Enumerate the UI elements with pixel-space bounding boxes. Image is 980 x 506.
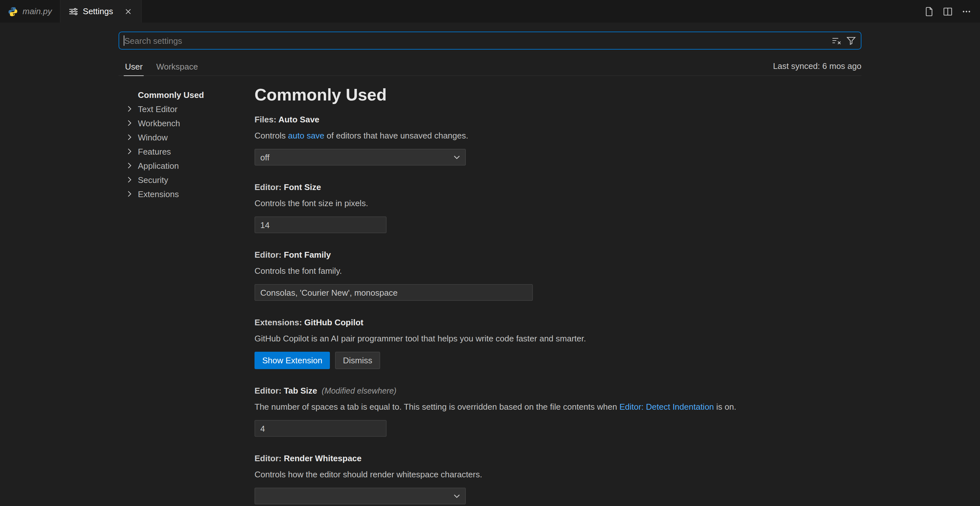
clear-search-icon[interactable] <box>830 34 843 47</box>
chevron-right-icon <box>124 132 135 142</box>
setting-files-auto-save: Files: Auto Save Controls auto save of e… <box>255 115 861 165</box>
tab-label: main.py <box>22 6 52 16</box>
setting-description: Controls the font size in pixels. <box>255 198 861 209</box>
toc-item-text-editor[interactable]: Text Editor <box>119 102 255 116</box>
chevron-right-icon <box>124 118 135 128</box>
search-actions <box>830 34 858 47</box>
settings-search-box <box>119 32 861 49</box>
vscode-settings-window: main.py Settings <box>0 0 980 506</box>
setting-category: Editor: <box>255 453 284 463</box>
font-family-input[interactable] <box>255 284 533 301</box>
setting-title: Editor: Font Family <box>255 250 861 259</box>
search-input[interactable] <box>119 32 830 49</box>
modified-elsewhere-note: (Modified elsewhere) <box>322 387 396 396</box>
chevron-right-icon <box>124 175 135 185</box>
settings-list: Commonly Used Files: Auto Save Controls … <box>255 85 861 506</box>
setting-editor-font-size: Editor: Font Size Controls the font size… <box>255 182 861 233</box>
toc-item-window[interactable]: Window <box>119 130 255 144</box>
toc-label: Window <box>138 132 168 142</box>
tab-main-py[interactable]: main.py <box>0 0 60 22</box>
toc-item-security[interactable]: Security <box>119 173 255 187</box>
setting-description: Controls auto save of editors that have … <box>255 130 861 142</box>
more-actions-icon[interactable] <box>960 5 973 18</box>
setting-name: Font Size <box>284 182 321 192</box>
setting-name: Auto Save <box>278 115 319 124</box>
setting-category: Extensions: <box>255 318 304 327</box>
setting-description: Controls how the editor should render wh… <box>255 469 861 481</box>
detect-indentation-link[interactable]: Editor: Detect Indentation <box>619 402 714 412</box>
show-extension-button[interactable]: Show Extension <box>255 352 330 369</box>
tab-workspace[interactable]: Workspace <box>155 59 199 75</box>
filter-icon[interactable] <box>845 34 858 47</box>
setting-description: The number of spaces a tab is equal to. … <box>255 401 861 413</box>
editor-actions <box>916 0 980 22</box>
setting-category: Editor: <box>255 386 284 396</box>
tab-user[interactable]: User <box>124 59 144 76</box>
setting-editor-tab-size: Editor: Tab Size(Modified elsewhere) The… <box>255 386 861 437</box>
setting-editor-render-whitespace: Editor: Render Whitespace Controls how t… <box>255 453 861 504</box>
chevron-right-icon <box>124 189 135 199</box>
setting-title: Editor: Tab Size(Modified elsewhere) <box>255 386 861 396</box>
setting-title: Extensions: GitHub Copilot <box>255 318 861 327</box>
open-settings-json-icon[interactable] <box>923 5 935 18</box>
setting-description: Controls the font family. <box>255 266 861 277</box>
setting-name: Font Family <box>284 250 331 259</box>
description-text: The number of spaces a tab is equal to. … <box>255 402 619 412</box>
setting-name: Tab Size <box>284 386 317 396</box>
tab-label: Settings <box>83 6 113 16</box>
setting-category: Editor: <box>255 250 284 259</box>
chevron-down-icon <box>452 152 462 162</box>
toc-label: Features <box>138 146 171 156</box>
settings-search-row <box>119 32 861 49</box>
toc-label: Commonly Used <box>138 90 204 100</box>
dismiss-button[interactable]: Dismiss <box>335 352 380 369</box>
tabbar-empty-space <box>142 0 916 22</box>
chevron-right-icon <box>124 104 135 114</box>
split-editor-icon[interactable] <box>941 5 954 18</box>
toc-item-workbench[interactable]: Workbench <box>119 116 255 130</box>
toc-item-features[interactable]: Features <box>119 144 255 159</box>
setting-name: GitHub Copilot <box>304 318 363 327</box>
toc-label: Text Editor <box>138 104 178 114</box>
settings-sliders-icon <box>68 6 78 16</box>
settings-toc: Commonly Used Text Editor Workbench <box>119 85 255 506</box>
page-title: Commonly Used <box>255 85 861 104</box>
setting-category: Files: <box>255 115 278 124</box>
text-caret <box>124 35 124 46</box>
last-synced-label: Last synced: 6 mos ago <box>773 61 861 75</box>
render-whitespace-select[interactable] <box>255 488 466 504</box>
setting-title: Editor: Render Whitespace <box>255 453 861 463</box>
python-icon <box>8 6 18 16</box>
tab-size-input[interactable] <box>255 420 387 437</box>
toc-label: Workbench <box>138 118 180 128</box>
settings-editor: User Workspace Last synced: 6 mos ago Co… <box>0 22 980 506</box>
description-text: is on. <box>714 402 736 412</box>
select-value: off <box>260 152 452 162</box>
setting-editor-font-family: Editor: Font Family Controls the font fa… <box>255 250 861 301</box>
setting-extensions-github-copilot: Extensions: GitHub Copilot GitHub Copilo… <box>255 318 861 369</box>
copilot-actions: Show Extension Dismiss <box>255 352 861 369</box>
description-text: of editors that have unsaved changes. <box>325 131 468 140</box>
toc-item-commonly-used[interactable]: Commonly Used <box>119 88 255 102</box>
close-icon[interactable] <box>123 6 133 16</box>
toc-item-extensions[interactable]: Extensions <box>119 187 255 201</box>
toc-item-application[interactable]: Application <box>119 159 255 173</box>
settings-header-row: User Workspace Last synced: 6 mos ago <box>119 59 861 76</box>
setting-name: Render Whitespace <box>284 453 361 463</box>
setting-description: GitHub Copilot is an AI pair programmer … <box>255 333 861 345</box>
settings-body: Commonly Used Text Editor Workbench <box>119 76 861 506</box>
chevron-right-icon <box>124 161 135 171</box>
toc-label: Security <box>138 175 168 185</box>
toc-label: Application <box>138 161 179 170</box>
auto-save-select[interactable]: off <box>255 149 466 165</box>
setting-title: Editor: Font Size <box>255 182 861 192</box>
chevron-down-icon <box>452 491 462 501</box>
font-size-input[interactable] <box>255 216 387 233</box>
toc-label: Extensions <box>138 189 179 199</box>
editor-tab-bar: main.py Settings <box>0 0 980 22</box>
auto-save-link[interactable]: auto save <box>288 131 325 140</box>
tab-settings[interactable]: Settings <box>60 0 142 22</box>
setting-title: Files: Auto Save <box>255 115 861 124</box>
chevron-right-icon <box>124 146 135 156</box>
description-text: Controls <box>255 131 288 140</box>
